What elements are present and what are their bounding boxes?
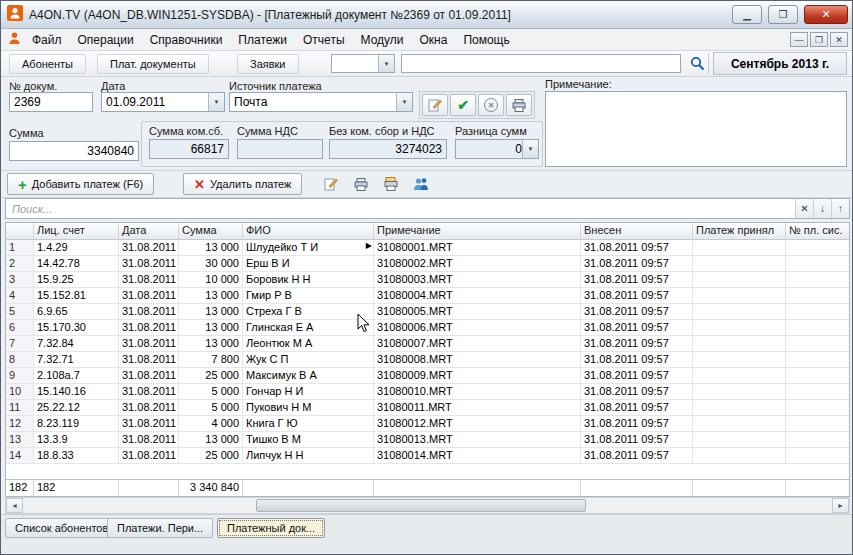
- cell-entered: 31.08.2011 09:57: [581, 368, 693, 384]
- menu-item-reports[interactable]: Отчеты: [295, 31, 352, 49]
- menu-item-windows[interactable]: Окна: [412, 31, 456, 49]
- table-row[interactable]: 415.152.8131.08.201113 000Гмир Р В310800…: [6, 288, 849, 304]
- menu-item-directories[interactable]: Справочники: [142, 31, 231, 49]
- table-row[interactable]: 214.42.7831.08.201130 000Ерш В И31080002…: [6, 256, 849, 272]
- row-number-cell: 11: [6, 400, 34, 416]
- cell-fio: Липчук Н Н: [243, 448, 374, 464]
- table-row[interactable]: 77.32.8431.08.201113 000Леонтюк М А31080…: [6, 336, 849, 352]
- search-next-button[interactable]: ↓: [813, 199, 831, 218]
- net-label: Без ком. сбор и НДС: [329, 125, 435, 137]
- quick-search-input[interactable]: [401, 54, 681, 73]
- sum-field[interactable]: 3340840: [9, 141, 139, 161]
- menu-item-file[interactable]: Файл: [24, 31, 70, 49]
- print-list-button[interactable]: [349, 173, 373, 195]
- period-month-button[interactable]: Сентябрь 2013 г.: [713, 52, 847, 75]
- cell-note: 31080014.MRT: [374, 448, 581, 464]
- cell-note: 31080006.MRT: [374, 320, 581, 336]
- vat-field[interactable]: [237, 139, 323, 159]
- totals-row: 1821823 340 840: [6, 479, 849, 496]
- totals-sum: 3 340 840: [179, 480, 243, 496]
- cell-fio: Жук С П: [243, 352, 374, 368]
- menu-item-payments[interactable]: Платежи: [230, 31, 295, 49]
- cell-fio: Стреха Г В: [243, 304, 374, 320]
- main-toolbar: Абоненты Плат. документы Заявки ▼ Сентяб…: [1, 51, 853, 77]
- table-row[interactable]: 87.32.7131.08.20117 800Жук С П31080008.M…: [6, 352, 849, 368]
- menu-items: ФайлОперацииСправочникиПлатежиОтчетыМоду…: [24, 31, 518, 49]
- minimize-button[interactable]: ▁: [732, 5, 762, 24]
- tab-abonent-list[interactable]: Список абонентов: [5, 518, 118, 538]
- print-document-button[interactable]: [506, 94, 532, 116]
- receipt-printer-button[interactable]: [379, 173, 403, 195]
- table-row[interactable]: 56.9.6531.08.201113 000Стреха Г В3108000…: [6, 304, 849, 320]
- close-button[interactable]: ✕: [804, 5, 848, 24]
- table-row[interactable]: 1313.3.931.08.201113 000Тишко В М3108001…: [6, 432, 849, 448]
- net-field[interactable]: 3274023: [329, 139, 447, 159]
- cell-accepted: [693, 448, 786, 464]
- chevron-down-icon[interactable]: ▼: [396, 93, 412, 111]
- row-number-cell: 3: [6, 272, 34, 288]
- table-row[interactable]: 1418.8.3331.08.201125 000Липчук Н Н31080…: [6, 448, 849, 464]
- tab-payment-document[interactable]: Платежный док...: [217, 518, 325, 538]
- table-header-sum[interactable]: Сумма: [179, 223, 243, 239]
- table-row[interactable]: 128.23.11931.08.20114 000Книга Г Ю310800…: [6, 416, 849, 432]
- diff-combobox[interactable]: 0 ▼: [455, 139, 539, 159]
- table-row[interactable]: 1125.22.1231.08.20115 000Пукович Н М3108…: [6, 400, 849, 416]
- table-row[interactable]: 1015.140.1631.08.20115 000Гончар Н И3108…: [6, 384, 849, 400]
- scrollbar-thumb[interactable]: [256, 499, 586, 512]
- totals-empty-cell: [693, 480, 786, 496]
- table-row[interactable]: 315.9.2531.08.201110 000Боровик Н Н31080…: [6, 272, 849, 288]
- zayavki-button[interactable]: Заявки: [237, 54, 299, 74]
- commission-field[interactable]: 66817: [149, 139, 229, 159]
- chevron-down-icon[interactable]: ▼: [522, 140, 538, 158]
- cancel-button[interactable]: ✕: [478, 94, 504, 116]
- tab-payments-period[interactable]: Платежи. Пери...: [107, 518, 213, 538]
- cell-paysys: [786, 240, 850, 256]
- cell-accepted: [693, 272, 786, 288]
- table-header-date[interactable]: Дата: [119, 223, 179, 239]
- table-search-input[interactable]: Поиск... ✕ ↓ ↑: [5, 198, 850, 219]
- menu-item-modules[interactable]: Модули: [353, 31, 412, 49]
- cell-paysys: [786, 368, 850, 384]
- search-button[interactable]: [685, 53, 709, 74]
- payment-documents-button[interactable]: Плат. документы: [97, 54, 209, 74]
- edit-document-button[interactable]: [422, 94, 448, 116]
- table-header-fio[interactable]: ФИО: [243, 223, 374, 239]
- table-header-note[interactable]: Примечание: [374, 223, 581, 239]
- app-icon: [7, 5, 23, 25]
- note-textarea[interactable]: [545, 91, 847, 167]
- menu-item-operations[interactable]: Операции: [70, 31, 142, 49]
- menu-item-help[interactable]: Помощь: [455, 31, 517, 49]
- table-row[interactable]: 615.170.3031.08.201113 000Глинская Е А31…: [6, 320, 849, 336]
- table-header-entered[interactable]: Внесен: [581, 223, 693, 239]
- edit-payment-button[interactable]: [319, 173, 343, 195]
- delete-payment-button[interactable]: ✕ Удалить платеж: [183, 173, 302, 195]
- table-row[interactable]: 92.108а.731.08.201125 000Максимук В А310…: [6, 368, 849, 384]
- clear-search-button[interactable]: ✕: [795, 199, 813, 218]
- doc-number-field[interactable]: 2369: [9, 92, 93, 112]
- maximize-button[interactable]: ❐: [768, 5, 798, 24]
- clients-button[interactable]: [409, 173, 433, 195]
- mdi-restore-button[interactable]: ❐: [810, 32, 828, 47]
- table-header-paysys[interactable]: № пл. сис.: [786, 223, 850, 239]
- scroll-left-icon[interactable]: ◄: [6, 498, 23, 513]
- cell-sum: 13 000: [179, 288, 243, 304]
- date-field[interactable]: 01.09.2011 ▼: [101, 92, 225, 112]
- filter-combobox[interactable]: ▼: [331, 54, 395, 73]
- search-prev-button[interactable]: ↑: [831, 199, 849, 218]
- cell-paysys: [786, 256, 850, 272]
- table-row[interactable]: 11.4.2931.08.201113 000Шлудейко Т И▶3108…: [6, 240, 849, 256]
- add-payment-button[interactable]: + Добавить платеж (F6): [7, 173, 154, 195]
- chevron-down-icon[interactable]: ▼: [378, 55, 394, 72]
- table-header-accepted[interactable]: Платеж принял: [693, 223, 786, 239]
- note-label: Примечание:: [545, 78, 612, 90]
- confirm-button[interactable]: ✔: [450, 94, 476, 116]
- commission-label: Сумма ком.сб.: [149, 125, 223, 137]
- scroll-right-icon[interactable]: ►: [832, 498, 849, 513]
- horizontal-scrollbar[interactable]: ◄ ►: [5, 497, 850, 514]
- mdi-minimize-button[interactable]: —: [790, 32, 808, 47]
- mdi-close-button[interactable]: ✕: [830, 32, 848, 47]
- table-header-account[interactable]: Лиц. счет: [34, 223, 119, 239]
- payment-source-combobox[interactable]: Почта ▼: [229, 92, 413, 112]
- abonents-button[interactable]: Абоненты: [9, 54, 86, 74]
- chevron-down-icon[interactable]: ▼: [208, 93, 224, 111]
